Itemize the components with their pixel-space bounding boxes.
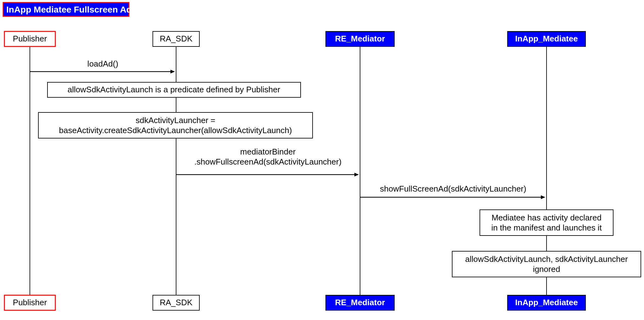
actor-re-mediator-top-label: RE_Mediator	[335, 34, 385, 43]
note-sdk-launcher-l2: baseActivity.createSdkActivityLauncher(a…	[59, 126, 292, 135]
msg-loadad-label: loadAd()	[87, 59, 118, 68]
diagram-title: InApp Mediatee Fullscreen Ad	[6, 5, 132, 14]
note-allow-predicate-text: allowSdkActivityLaunch is a predicate de…	[68, 85, 280, 94]
note-mediatee-activity-l1: Mediatee has activity declared	[491, 213, 602, 222]
msg-showfullscreen-label: showFullScreenAd(sdkActivityLauncher)	[380, 184, 526, 193]
actor-inapp-mediatee-top-label: InApp_Mediatee	[515, 34, 578, 43]
actor-inapp-mediatee-bottom-label: InApp_Mediatee	[515, 298, 578, 307]
actor-ra-sdk-bottom-label: RA_SDK	[160, 298, 193, 307]
actor-publisher-top-label: Publisher	[13, 34, 47, 43]
msg-mediator-binder-l2: .showFullscreenAd(sdkActivityLauncher)	[194, 157, 341, 166]
actor-ra-sdk-top-label: RA_SDK	[160, 34, 193, 43]
actor-publisher-bottom-label: Publisher	[13, 298, 47, 307]
actor-re-mediator-bottom-label: RE_Mediator	[335, 298, 385, 307]
msg-mediator-binder-l1: mediatorBinder	[240, 147, 296, 156]
note-ignored-l1: allowSdkActivityLaunch, sdkActivityLaunc…	[465, 254, 628, 264]
note-mediatee-activity-l2: in the manifest and launches it	[491, 223, 602, 232]
note-ignored-l2: ignored	[533, 264, 560, 274]
sequence-diagram: InApp Mediatee Fullscreen Ad Publisher R…	[0, 0, 644, 320]
note-sdk-launcher-l1: sdkActivityLauncher =	[136, 116, 215, 125]
